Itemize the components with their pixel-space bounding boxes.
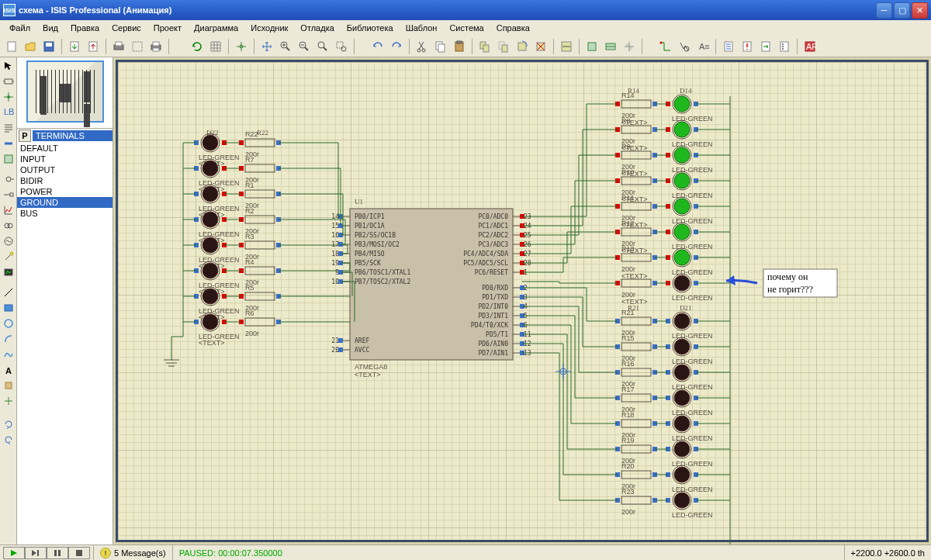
terminals-list[interactable]: DEFAULTINPUTOUTPUTBIDIRPOWERGROUNDBUS: [17, 143, 112, 544]
menu-вид[interactable]: Вид: [36, 22, 64, 34]
line-tool[interactable]: [1, 285, 16, 299]
decompose-button[interactable]: [621, 38, 638, 55]
svg-rect-10: [153, 48, 159, 51]
svg-text:R4: R4: [245, 258, 254, 266]
terminal-item[interactable]: GROUND: [17, 197, 112, 208]
pin-tool[interactable]: [1, 188, 16, 202]
set-area-button[interactable]: [129, 38, 146, 55]
pick-button[interactable]: [558, 38, 575, 55]
terminal-item[interactable]: POWER: [17, 186, 112, 197]
label-tool[interactable]: LBL: [1, 105, 16, 119]
block-delete-button[interactable]: [532, 38, 549, 55]
zoom-in-button[interactable]: [277, 38, 294, 55]
tape-tool[interactable]: [1, 219, 16, 233]
bus-tool[interactable]: [1, 137, 16, 150]
print-button[interactable]: [147, 38, 164, 55]
terminal-item[interactable]: BIDIR: [17, 175, 112, 186]
rotate-ccw-button[interactable]: [1, 433, 16, 447]
save-button[interactable]: [40, 38, 57, 55]
graph-tool[interactable]: [1, 203, 16, 217]
menu-файл[interactable]: Файл: [3, 22, 36, 34]
erc-button[interactable]: [739, 38, 756, 55]
menu-шаблон[interactable]: Шаблон: [400, 22, 444, 34]
terminal-tool[interactable]: [1, 172, 16, 186]
cut-button[interactable]: [414, 38, 431, 55]
menu-отладка[interactable]: Отладка: [294, 22, 340, 34]
netlist-to-ares-button[interactable]: [757, 38, 774, 55]
search-button[interactable]: [676, 38, 693, 55]
svg-point-53: [8, 223, 12, 228]
copy-button[interactable]: [432, 38, 449, 55]
property-button[interactable]: A≡: [694, 38, 711, 55]
maximize-button[interactable]: ▢: [894, 2, 910, 19]
menu-диаграмма[interactable]: Диаграмма: [188, 22, 244, 34]
instrument-tool[interactable]: [1, 265, 16, 279]
script-tool[interactable]: [1, 121, 16, 135]
circle-tool[interactable]: [1, 316, 16, 330]
probe-tool[interactable]: [1, 250, 16, 264]
menu-исходник[interactable]: Исходник: [244, 22, 294, 34]
arc-tool[interactable]: [1, 332, 16, 346]
minimize-button[interactable]: ─: [876, 2, 892, 19]
grid-button[interactable]: [207, 38, 224, 55]
zoom-all-button[interactable]: [314, 38, 331, 55]
block-move-button[interactable]: [495, 38, 512, 55]
pause-button[interactable]: [47, 547, 68, 559]
menu-проект[interactable]: Проект: [147, 22, 188, 34]
messages-cell[interactable]: ! 5 Message(s): [93, 545, 172, 560]
junction-tool[interactable]: [1, 90, 16, 104]
play-button[interactable]: [3, 547, 25, 559]
wire-autoroute-button[interactable]: [657, 38, 674, 55]
block-copy-button[interactable]: [476, 38, 493, 55]
subcircuit-tool[interactable]: [1, 152, 16, 166]
component-tool[interactable]: [1, 74, 16, 88]
overview-panel[interactable]: [17, 57, 112, 129]
netlist-button[interactable]: [720, 38, 737, 55]
make-device-button[interactable]: [583, 38, 600, 55]
marker-tool[interactable]: [1, 394, 16, 408]
step-button[interactable]: [25, 547, 47, 559]
terminal-item[interactable]: DEFAULT: [17, 143, 112, 154]
menu-сервис[interactable]: Сервис: [106, 22, 147, 34]
menu-библиотека[interactable]: Библиотека: [341, 22, 400, 34]
zoom-out-button[interactable]: [296, 38, 313, 55]
text-tool[interactable]: A: [1, 363, 16, 377]
bom-button[interactable]: [776, 38, 793, 55]
export-button[interactable]: [85, 38, 102, 55]
rotate-cw-button[interactable]: [1, 417, 16, 431]
packaging-button[interactable]: [602, 38, 619, 55]
open-button[interactable]: [22, 38, 39, 55]
terminal-item[interactable]: OUTPUT: [17, 164, 112, 175]
terminal-item[interactable]: INPUT: [17, 154, 112, 164]
block-rotate-button[interactable]: [514, 38, 531, 55]
zoom-area-button[interactable]: [333, 38, 350, 55]
ares-button[interactable]: ARES: [801, 38, 819, 55]
svg-text:PD6/AIN0: PD6/AIN0: [478, 340, 508, 347]
pick-parts-button[interactable]: P: [19, 130, 31, 142]
svg-text:PD4/T0/XCK: PD4/T0/XCK: [471, 322, 508, 329]
canvas[interactable]: D22R22LED-GREEN<TEXT>R22200rLED-GREEN<TE…: [113, 57, 931, 544]
menu-справка[interactable]: Справка: [490, 22, 536, 34]
svg-text:19: 19: [331, 260, 339, 267]
origin-button[interactable]: [233, 38, 250, 55]
new-button[interactable]: [3, 38, 20, 55]
import-button[interactable]: [66, 38, 83, 55]
svg-text:R9: R9: [621, 143, 631, 150]
menu-система[interactable]: Система: [443, 22, 490, 34]
redo-button[interactable]: [388, 38, 405, 55]
terminal-item[interactable]: BUS: [17, 208, 112, 219]
paste-button[interactable]: [451, 38, 468, 55]
refresh-button[interactable]: [189, 38, 206, 55]
box-tool[interactable]: [1, 301, 16, 315]
print-area-button[interactable]: [110, 38, 127, 55]
generator-tool[interactable]: [1, 234, 16, 248]
close-button[interactable]: ✕: [912, 2, 928, 19]
menu-правка[interactable]: Правка: [64, 22, 106, 34]
path-tool[interactable]: [1, 347, 16, 361]
select-tool[interactable]: [1, 59, 16, 73]
symbol-tool[interactable]: [1, 379, 16, 392]
undo-button[interactable]: [369, 38, 386, 55]
svg-text:10: 10: [331, 278, 339, 285]
pan-button[interactable]: [258, 38, 275, 55]
stop-button[interactable]: [68, 547, 90, 559]
